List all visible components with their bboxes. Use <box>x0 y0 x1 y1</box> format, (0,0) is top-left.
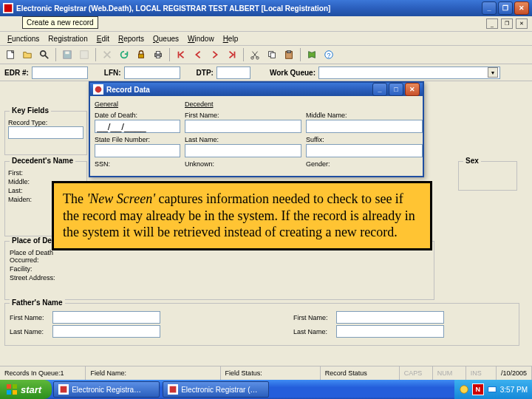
record-type-input[interactable] <box>8 126 83 139</box>
app-title: Electronic Registrar (Web.Death), LOCAL … <box>16 4 330 13</box>
lfn-input[interactable] <box>124 66 180 79</box>
svg-point-21 <box>95 86 102 93</box>
dialog-icon <box>93 84 103 95</box>
street-address-label: Street Address: <box>10 274 61 282</box>
father-last-label: Last Name: <box>10 328 51 335</box>
dialog-maximize-button[interactable]: □ <box>389 83 403 96</box>
father-last-input[interactable] <box>52 325 160 338</box>
lfn-label: LFN: <box>104 69 121 77</box>
dlg-lastname-input[interactable] <box>185 144 301 157</box>
sex-label: Sex <box>463 157 481 165</box>
menu-functions[interactable]: FFunctionsunctions <box>3 35 44 43</box>
dlg-suffix-input[interactable] <box>306 144 423 157</box>
start-button[interactable]: start <box>0 380 52 399</box>
svg-rect-1 <box>4 4 13 13</box>
tray-icon-n[interactable]: N <box>472 383 484 395</box>
book-button[interactable] <box>304 47 319 62</box>
search-button[interactable] <box>37 47 52 62</box>
reject-button[interactable] <box>77 47 92 62</box>
close-button[interactable]: ✕ <box>514 1 529 15</box>
system-tray[interactable]: N 3:57 PM <box>454 380 532 399</box>
first-record-button[interactable] <box>174 47 188 62</box>
tray-icon-1[interactable] <box>459 384 469 395</box>
tray-clock: 3:57 PM <box>500 386 528 394</box>
restore-button[interactable]: ❐ <box>498 1 513 15</box>
new-record-button[interactable] <box>3 47 18 62</box>
father-last2-input[interactable] <box>336 325 444 338</box>
menubar: FFunctionsunctions Registration Edit Rep… <box>0 32 532 46</box>
menu-window[interactable]: Window <box>183 35 219 43</box>
status-recordstatus: Record Status <box>321 366 400 380</box>
svg-rect-23 <box>13 384 17 389</box>
app-titlebar: Electronic Registrar (Web.Death), LOCAL … <box>0 0 532 16</box>
menu-reports[interactable]: Reports <box>114 35 149 43</box>
sfn-input[interactable] <box>95 144 180 157</box>
tray-icon-2[interactable] <box>487 384 497 395</box>
svg-rect-7 <box>81 51 89 59</box>
decedents-name-label: Decedent's Name <box>10 157 75 165</box>
sfn-label: State File Number: <box>95 136 176 143</box>
ssn-label: SSN: <box>95 160 176 168</box>
svg-rect-6 <box>65 52 69 55</box>
dlg-suffix-label: Suffix: <box>306 136 418 143</box>
dlg-unk-label: Unknown: <box>185 160 297 168</box>
general-label: General <box>95 100 176 108</box>
dlg-firstname-input[interactable] <box>185 120 301 133</box>
delete-button[interactable] <box>100 47 115 62</box>
svg-rect-22 <box>7 384 11 389</box>
menu-queues[interactable]: Queues <box>149 35 183 43</box>
decedent-label: Decedent <box>185 100 297 108</box>
start-label: start <box>21 384 41 395</box>
next-record-button[interactable] <box>208 47 222 62</box>
menu-help[interactable]: Help <box>219 35 243 43</box>
save-button[interactable] <box>60 47 75 62</box>
app-icon <box>3 3 13 13</box>
callout-box: The 'New Screen' captures information ne… <box>52 181 432 250</box>
father-first-input[interactable] <box>52 311 160 324</box>
dialog-close-button[interactable]: ✕ <box>405 83 420 96</box>
father-first2-label: First Name: <box>293 314 335 321</box>
svg-rect-15 <box>270 52 275 58</box>
taskbar-item-2[interactable]: Electronic Registrar (… <box>163 381 269 398</box>
task2-label: Electronic Registrar (… <box>181 386 257 394</box>
edr-input[interactable] <box>32 66 88 79</box>
mdi-minimize-button[interactable]: _ <box>486 18 498 29</box>
svg-rect-24 <box>7 390 11 395</box>
taskbar-item-1[interactable]: Electronic Registra… <box>53 381 160 398</box>
print-button[interactable] <box>151 47 166 62</box>
mdi-close-button[interactable]: ✕ <box>516 18 528 29</box>
task2-icon <box>168 384 178 395</box>
dod-input[interactable] <box>95 120 180 133</box>
open-button[interactable] <box>20 47 35 62</box>
paste-button[interactable] <box>282 47 296 62</box>
status-bar: Records In Queue:1 Field Name: Field Sta… <box>0 366 532 380</box>
cut-button[interactable] <box>248 47 262 62</box>
dialog-titlebar[interactable]: Record Data _ □ ✕ <box>90 83 423 96</box>
copy-button[interactable] <box>265 47 279 62</box>
dialog-minimize-button[interactable]: _ <box>372 83 387 96</box>
status-date: /10/2005 <box>497 366 532 380</box>
svg-rect-10 <box>156 52 160 55</box>
mdi-restore-button[interactable]: ❐ <box>501 18 513 29</box>
last-record-button[interactable] <box>225 47 239 62</box>
menu-registration[interactable]: Registration <box>44 35 92 43</box>
dlg-firstname-label: First Name: <box>185 112 297 119</box>
svg-line-4 <box>45 55 48 58</box>
dtp-input[interactable] <box>216 66 250 79</box>
dlg-middlename-input[interactable] <box>306 120 423 133</box>
help-button[interactable]: ? <box>321 47 336 62</box>
lock-button[interactable] <box>134 47 149 62</box>
dialog-title: Record Data <box>106 86 150 94</box>
svg-rect-27 <box>61 386 67 393</box>
callout-text: The 'New Screen' captures information ne… <box>63 191 415 239</box>
prev-record-button[interactable] <box>191 47 205 62</box>
minimize-button[interactable]: _ <box>482 1 497 15</box>
workqueue-select[interactable]: ▼ <box>318 66 500 79</box>
menu-edit[interactable]: Edit <box>92 35 114 43</box>
death-occurred-label: Place of Death Occurred: <box>10 249 61 264</box>
father-first2-input[interactable] <box>336 311 444 324</box>
status-queue: Records In Queue:1 <box>0 366 86 380</box>
dtp-label: DTP: <box>197 69 214 77</box>
refresh-button[interactable] <box>117 47 132 62</box>
svg-rect-8 <box>139 54 144 58</box>
